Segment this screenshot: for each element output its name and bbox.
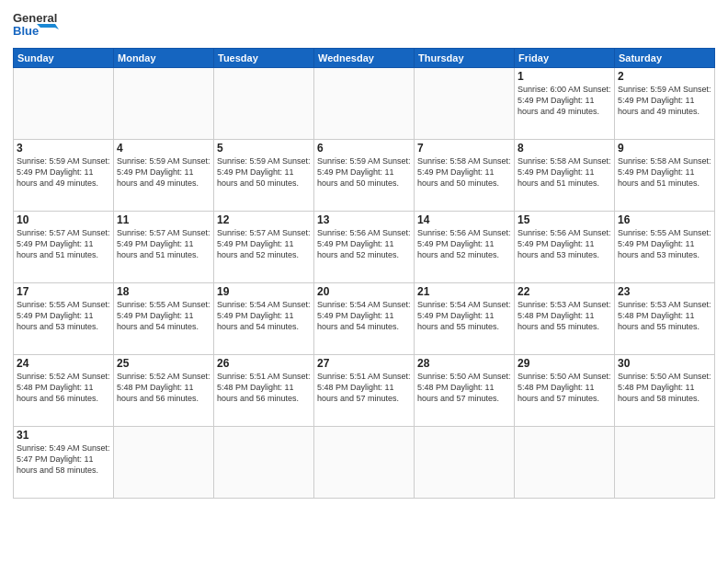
day-number: 22 — [518, 285, 611, 298]
calendar-cell — [415, 427, 515, 499]
calendar-week-3: 10Sunrise: 5:57 AM Sunset: 5:49 PM Dayli… — [14, 212, 715, 283]
day-info: Sunrise: 5:54 AM Sunset: 5:49 PM Dayligh… — [217, 299, 311, 332]
calendar-cell: 17Sunrise: 5:55 AM Sunset: 5:49 PM Dayli… — [14, 283, 114, 355]
calendar-cell — [314, 427, 415, 499]
day-info: Sunrise: 5:53 AM Sunset: 5:48 PM Dayligh… — [618, 299, 711, 332]
day-info: Sunrise: 5:54 AM Sunset: 5:49 PM Dayligh… — [317, 299, 411, 332]
calendar-cell — [615, 427, 715, 499]
day-info: Sunrise: 5:59 AM Sunset: 5:49 PM Dayligh… — [317, 155, 411, 189]
day-number: 30 — [618, 357, 711, 370]
day-info: Sunrise: 5:58 AM Sunset: 5:49 PM Dayligh… — [518, 155, 611, 189]
day-number: 26 — [217, 357, 311, 370]
day-number: 18 — [117, 285, 210, 298]
weekday-header-saturday: Saturday — [615, 49, 715, 68]
logo: GeneralBlue — [13, 9, 59, 42]
day-number: 25 — [117, 357, 210, 370]
calendar-week-4: 17Sunrise: 5:55 AM Sunset: 5:49 PM Dayli… — [14, 283, 715, 355]
day-number: 11 — [117, 213, 210, 226]
calendar-cell — [114, 68, 214, 140]
day-info: Sunrise: 5:56 AM Sunset: 5:49 PM Dayligh… — [317, 227, 411, 260]
calendar-cell: 26Sunrise: 5:51 AM Sunset: 5:48 PM Dayli… — [214, 355, 314, 427]
calendar-cell: 10Sunrise: 5:57 AM Sunset: 5:49 PM Dayli… — [14, 212, 114, 283]
calendar-cell: 31Sunrise: 5:49 AM Sunset: 5:47 PM Dayli… — [14, 427, 114, 499]
weekday-header-friday: Friday — [515, 49, 615, 68]
calendar-cell — [214, 427, 314, 499]
day-number: 12 — [217, 213, 311, 226]
day-number: 20 — [317, 285, 411, 298]
calendar-week-1: 1Sunrise: 6:00 AM Sunset: 5:49 PM Daylig… — [14, 68, 715, 140]
day-number: 2 — [618, 70, 711, 83]
day-number: 15 — [518, 213, 611, 226]
calendar-cell: 23Sunrise: 5:53 AM Sunset: 5:48 PM Dayli… — [615, 283, 715, 355]
day-number: 13 — [317, 213, 411, 226]
calendar-cell — [14, 68, 114, 140]
day-info: Sunrise: 5:59 AM Sunset: 5:49 PM Dayligh… — [117, 155, 210, 189]
weekday-header-sunday: Sunday — [14, 49, 114, 68]
day-info: Sunrise: 5:55 AM Sunset: 5:49 PM Dayligh… — [17, 299, 110, 332]
day-info: Sunrise: 5:50 AM Sunset: 5:48 PM Dayligh… — [518, 371, 611, 404]
day-info: Sunrise: 5:59 AM Sunset: 5:49 PM Dayligh… — [17, 155, 110, 189]
calendar-cell: 6Sunrise: 5:59 AM Sunset: 5:49 PM Daylig… — [314, 140, 415, 212]
day-info: Sunrise: 5:52 AM Sunset: 5:48 PM Dayligh… — [117, 371, 210, 404]
calendar-cell: 22Sunrise: 5:53 AM Sunset: 5:48 PM Dayli… — [515, 283, 615, 355]
day-number: 3 — [17, 142, 110, 155]
calendar-page: GeneralBlue SundayMondayTuesdayWednesday… — [0, 0, 728, 563]
svg-text:General: General — [13, 11, 57, 25]
calendar-week-2: 3Sunrise: 5:59 AM Sunset: 5:49 PM Daylig… — [14, 140, 715, 212]
calendar-cell: 5Sunrise: 5:59 AM Sunset: 5:49 PM Daylig… — [214, 140, 314, 212]
day-number: 27 — [317, 357, 411, 370]
day-info: Sunrise: 5:55 AM Sunset: 5:49 PM Dayligh… — [618, 227, 711, 260]
day-number: 7 — [417, 142, 511, 155]
day-number: 14 — [417, 213, 511, 226]
day-number: 4 — [117, 142, 210, 155]
calendar-cell: 16Sunrise: 5:55 AM Sunset: 5:49 PM Dayli… — [615, 212, 715, 283]
calendar-week-5: 24Sunrise: 5:52 AM Sunset: 5:48 PM Dayli… — [14, 355, 715, 427]
day-number: 21 — [417, 285, 511, 298]
calendar-cell: 14Sunrise: 5:56 AM Sunset: 5:49 PM Dayli… — [415, 212, 515, 283]
calendar-cell: 11Sunrise: 5:57 AM Sunset: 5:49 PM Dayli… — [114, 212, 214, 283]
day-info: Sunrise: 5:49 AM Sunset: 5:47 PM Dayligh… — [17, 442, 110, 476]
day-info: Sunrise: 5:57 AM Sunset: 5:49 PM Dayligh… — [217, 227, 311, 260]
day-number: 9 — [618, 142, 711, 155]
calendar-table: SundayMondayTuesdayWednesdayThursdayFrid… — [13, 48, 715, 499]
day-info: Sunrise: 5:59 AM Sunset: 5:49 PM Dayligh… — [618, 84, 711, 117]
day-number: 8 — [518, 142, 611, 155]
calendar-cell: 28Sunrise: 5:50 AM Sunset: 5:48 PM Dayli… — [415, 355, 515, 427]
logo-svg: GeneralBlue — [13, 9, 59, 42]
day-number: 28 — [417, 357, 511, 370]
day-info: Sunrise: 5:53 AM Sunset: 5:48 PM Dayligh… — [518, 299, 611, 332]
day-number: 31 — [17, 429, 110, 442]
day-info: Sunrise: 5:56 AM Sunset: 5:49 PM Dayligh… — [417, 227, 511, 260]
day-info: Sunrise: 5:51 AM Sunset: 5:48 PM Dayligh… — [317, 371, 411, 404]
day-info: Sunrise: 5:57 AM Sunset: 5:49 PM Dayligh… — [117, 227, 210, 260]
calendar-cell: 13Sunrise: 5:56 AM Sunset: 5:49 PM Dayli… — [314, 212, 415, 283]
day-info: Sunrise: 5:55 AM Sunset: 5:49 PM Dayligh… — [117, 299, 210, 332]
calendar-cell — [314, 68, 415, 140]
calendar-cell: 2Sunrise: 5:59 AM Sunset: 5:49 PM Daylig… — [615, 68, 715, 140]
calendar-body: 1Sunrise: 6:00 AM Sunset: 5:49 PM Daylig… — [14, 68, 715, 499]
calendar-cell: 30Sunrise: 5:50 AM Sunset: 5:48 PM Dayli… — [615, 355, 715, 427]
day-info: Sunrise: 5:51 AM Sunset: 5:48 PM Dayligh… — [217, 371, 311, 404]
weekday-header-wednesday: Wednesday — [314, 49, 415, 68]
page-header: GeneralBlue — [13, 9, 715, 42]
calendar-cell: 27Sunrise: 5:51 AM Sunset: 5:48 PM Dayli… — [314, 355, 415, 427]
weekday-header-thursday: Thursday — [415, 49, 515, 68]
calendar-cell: 3Sunrise: 5:59 AM Sunset: 5:49 PM Daylig… — [14, 140, 114, 212]
day-number: 23 — [618, 285, 711, 298]
calendar-cell: 7Sunrise: 5:58 AM Sunset: 5:49 PM Daylig… — [415, 140, 515, 212]
day-info: Sunrise: 5:52 AM Sunset: 5:48 PM Dayligh… — [17, 371, 110, 404]
calendar-cell: 9Sunrise: 5:58 AM Sunset: 5:49 PM Daylig… — [615, 140, 715, 212]
calendar-cell: 15Sunrise: 5:56 AM Sunset: 5:49 PM Dayli… — [515, 212, 615, 283]
day-number: 10 — [17, 213, 110, 226]
calendar-cell: 1Sunrise: 6:00 AM Sunset: 5:49 PM Daylig… — [515, 68, 615, 140]
calendar-cell: 20Sunrise: 5:54 AM Sunset: 5:49 PM Dayli… — [314, 283, 415, 355]
calendar-cell: 12Sunrise: 5:57 AM Sunset: 5:49 PM Dayli… — [214, 212, 314, 283]
calendar-cell — [214, 68, 314, 140]
calendar-cell: 19Sunrise: 5:54 AM Sunset: 5:49 PM Dayli… — [214, 283, 314, 355]
day-number: 19 — [217, 285, 311, 298]
calendar-cell: 4Sunrise: 5:59 AM Sunset: 5:49 PM Daylig… — [114, 140, 214, 212]
calendar-week-6: 31Sunrise: 5:49 AM Sunset: 5:47 PM Dayli… — [14, 427, 715, 499]
day-number: 1 — [518, 70, 611, 83]
calendar-cell — [415, 68, 515, 140]
day-number: 5 — [217, 142, 311, 155]
